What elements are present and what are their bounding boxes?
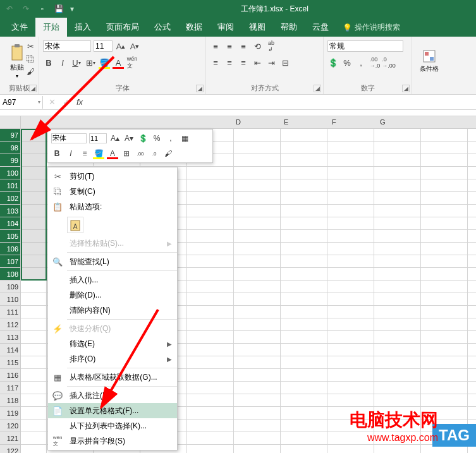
increase-indent-button[interactable]: ⇥ [265,57,277,68]
cell[interactable] [234,154,281,166]
tab-yunpan[interactable]: 云盘 [305,18,336,37]
col-header-d[interactable]: D [236,118,241,126]
cell[interactable] [327,243,374,255]
cell[interactable] [327,167,374,179]
align-right-button[interactable]: ≡ [238,57,249,68]
cell[interactable] [281,394,327,406]
cell[interactable] [187,293,234,305]
fill-color-button[interactable]: 🪣 [99,57,110,68]
font-launcher[interactable]: ◢ [196,85,204,92]
tab-insert[interactable]: 插入 [67,18,99,37]
cell[interactable] [374,281,421,293]
cell[interactable] [327,369,374,381]
row-header[interactable]: 108 [0,268,20,281]
cell[interactable] [374,230,421,242]
increase-font-button[interactable]: A▴ [115,40,126,52]
cell[interactable] [187,369,234,381]
cell[interactable] [234,129,281,141]
menu-format-cells[interactable]: 📄 设置单元格格式(F)... [48,403,177,418]
paste-option-default[interactable]: A [67,217,83,233]
cell[interactable] [327,293,374,305]
cell[interactable] [187,445,234,453]
cell[interactable] [234,318,281,330]
clipboard-launcher[interactable]: ◢ [29,85,37,92]
cell[interactable] [374,318,421,330]
cell[interactable] [421,281,468,293]
cell[interactable] [281,306,327,318]
row-header[interactable]: 107 [0,255,20,268]
cell[interactable] [421,369,468,381]
col-header-e[interactable]: E [284,118,288,126]
cell[interactable] [281,382,327,394]
cell[interactable] [21,356,47,368]
cell[interactable] [374,445,421,453]
cell[interactable] [187,356,234,368]
cell[interactable] [234,255,281,267]
cell[interactable] [281,217,327,229]
cell[interactable] [281,369,327,381]
cell[interactable] [374,192,421,204]
cell[interactable] [234,331,281,343]
row-header[interactable]: 113 [0,331,20,344]
row-header[interactable]: 98 [0,142,20,154]
merge-button[interactable]: ⊟ [279,57,291,68]
menu-copy[interactable]: ⿻ 复制(C) [48,184,177,199]
tab-file[interactable]: 文件 [4,18,35,37]
cell[interactable] [281,407,327,419]
qat-dropdown[interactable]: ▾ [68,2,76,16]
cell[interactable] [234,243,281,255]
cell[interactable] [327,154,374,166]
row-header[interactable]: 99 [0,154,20,167]
menu-sort[interactable]: 排序(O) ▶ [48,351,177,366]
cell[interactable] [327,445,374,453]
cell[interactable] [281,268,327,280]
row-header[interactable]: 109 [0,281,20,293]
cell[interactable] [421,192,468,204]
name-box[interactable] [0,97,38,108]
cell[interactable] [421,394,468,406]
cell[interactable] [421,331,468,343]
cell[interactable] [281,154,327,166]
tab-data[interactable]: 数据 [178,18,210,37]
accounting-button[interactable]: 💲 [327,57,339,68]
align-bottom-button[interactable]: ≡ [238,40,249,52]
cell[interactable] [421,306,468,318]
cell[interactable] [21,432,47,444]
number-launcher[interactable]: ◢ [402,85,410,92]
cell[interactable] [327,142,374,154]
underline-button[interactable]: U▾ [71,57,82,68]
cell[interactable] [21,306,47,318]
cell[interactable] [21,420,47,432]
font-size-select[interactable] [94,40,113,52]
cell[interactable] [234,217,281,229]
conditional-formatting-button[interactable]: 条件格 [416,39,442,83]
cell[interactable] [234,420,281,432]
row-header[interactable]: 103 [0,205,20,217]
tell-me-search[interactable]: 💡 操作说明搜索 [336,18,406,37]
cell[interactable] [234,369,281,381]
orientation-button[interactable]: ⟲ [252,40,263,52]
cell[interactable] [374,293,421,305]
menu-insert[interactable]: 插入(I)... [48,272,177,287]
mini-align[interactable]: ≡ [79,148,90,159]
cell[interactable] [281,331,327,343]
mini-format-painter[interactable]: 🖌 [162,148,174,159]
cell[interactable] [187,205,234,217]
pinyin-button[interactable]: wén文 [126,57,138,68]
menu-cut[interactable]: ✂ 剪切(T) [48,169,177,184]
row-header[interactable]: 122 [0,445,20,453]
cell[interactable] [187,432,234,444]
cell[interactable] [21,331,47,343]
cell[interactable] [281,243,327,255]
number-format-select[interactable] [327,40,403,52]
cell[interactable] [327,268,374,280]
row-header[interactable]: 100 [0,167,20,179]
menu-delete[interactable]: 删除(D)... [48,287,177,303]
cell[interactable] [327,331,374,343]
cell[interactable] [421,205,468,217]
row-header[interactable]: 120 [0,420,20,432]
cell[interactable] [21,318,47,330]
cell[interactable] [234,230,281,242]
cell[interactable] [327,255,374,267]
menu-pick-from-list[interactable]: 从下拉列表中选择(K)... [48,418,177,433]
